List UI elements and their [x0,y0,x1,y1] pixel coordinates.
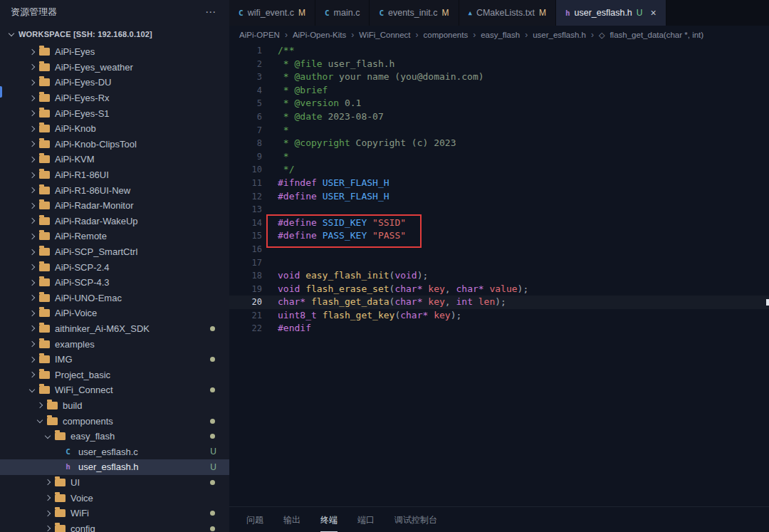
tree-item-label: AiPi-Radar-WakeUp [55,216,138,226]
breadcrumb-item[interactable]: AiPi-OPEN [239,31,280,39]
chevron-down-icon[interactable] [43,432,53,442]
tree-folder-AiPi-Eyes[interactable]: AiPi-Eyes [0,44,229,60]
tab-main.c[interactable]: Cmain.c [315,0,370,26]
panel-tab-终端[interactable]: 终端 [320,508,338,532]
tree-folder-AiPi-SCP-4.3[interactable]: AiPi-SCP-4.3 [0,275,229,291]
tree-folder-AiPi-Voice[interactable]: AiPi-Voice [0,306,229,321]
tree-folder-components[interactable]: components [0,413,229,429]
tree-folder-AiPi-Eyes-Rx[interactable]: AiPi-Eyes-Rx [0,90,229,106]
tree-item-label: WiFi_Connect [55,385,113,395]
chevron-right-icon[interactable] [27,108,37,118]
chevron-right-icon[interactable] [43,493,53,503]
tree-folder-AiPi-Knob[interactable]: AiPi-Knob [0,121,229,137]
tree-folder-WiFi[interactable]: WiFi [0,506,229,521]
chevron-right-icon[interactable] [27,62,37,72]
chevron-right-icon[interactable] [27,323,37,333]
tree-folder-examples[interactable]: examples [0,336,229,352]
more-actions-icon[interactable]: ⋯ [205,6,216,19]
workspace-section-header[interactable]: WORKSPACE [SSH: 192.168.0.102] [0,24,229,44]
tree-folder-AiPi-SCP-2.4[interactable]: AiPi-SCP-2.4 [0,259,229,275]
line-content: void easy_flash_init(void); [262,269,428,283]
chevron-right-icon[interactable] [43,508,53,518]
panel-tab-端口[interactable]: 端口 [357,508,375,532]
chevron-right-icon[interactable] [27,155,37,165]
tree-folder-AiPi-Eyes_weather[interactable]: AiPi-Eyes_weather [0,60,229,75]
git-untracked-badge: U [210,462,216,472]
chevron-right-icon[interactable] [27,93,37,103]
chevron-right-icon[interactable] [27,293,37,303]
chevron-right-icon[interactable] [35,400,45,410]
tree-folder-AiPi-Radar-WakeUp[interactable]: AiPi-Radar-WakeUp [0,214,229,229]
chevron-right-icon[interactable] [27,262,37,272]
tree-folder-AiPi-R1-86UI[interactable]: AiPi-R1-86UI [0,167,229,183]
tab-CMakeLists.txt[interactable]: ▲CMakeLists.txtM [459,0,556,26]
panel-tab-输出[interactable]: 输出 [283,508,300,532]
tree-folder-AiPi-Knob-ClipsTool[interactable]: AiPi-Knob-ClipsTool [0,137,229,152]
chevron-right-icon[interactable] [27,247,37,257]
tree-folder-AiPi-Radar-Monitor[interactable]: AiPi-Radar-Monitor [0,198,229,214]
chevron-right-icon[interactable] [43,523,53,532]
chevron-right-icon[interactable] [27,124,37,134]
cmake-icon: ▲ [469,9,472,16]
chevron-right-icon[interactable] [27,278,37,288]
line-content: #define PASS_KEY "PASS" [262,229,406,243]
tree-folder-build[interactable]: build [0,398,229,414]
tab-user_esflash.h[interactable]: huser_esflash.hU× [556,0,666,26]
folder-icon [39,78,50,86]
chevron-right-icon[interactable] [27,355,37,365]
line-number: 1 [229,44,262,58]
tree-file-user_esflash.c[interactable]: Cuser_esflash.cU [0,444,229,459]
chevron-right-icon[interactable] [27,339,37,349]
tree-folder-Project_basic[interactable]: Project_basic [0,367,229,382]
chevron-right-icon[interactable] [27,308,37,318]
tree-folder-AiPi-Eyes-DU[interactable]: AiPi-Eyes-DU [0,75,229,90]
chevron-right-icon[interactable] [27,370,37,380]
folder-icon [39,340,50,348]
tab-events_init.c[interactable]: Cevents_init.cM [370,0,459,26]
tree-item-label: AiPi-Eyes [55,46,95,57]
tree-folder-AiPi-SCP_SmartCtrl[interactable]: AiPi-SCP_SmartCtrl [0,244,229,260]
panel-tab-调试控制台[interactable]: 调试控制台 [394,508,437,532]
folder-icon [55,494,66,502]
chevron-right-icon[interactable] [27,216,37,226]
breadcrumb-item[interactable]: WiFi_Connect [359,31,410,39]
chevron-right-icon[interactable] [27,78,37,88]
chevron-right-icon[interactable] [27,47,37,57]
tree-folder-aithinker_Ai-M6X_SDK[interactable]: aithinker_Ai-M6X_SDK [0,321,229,337]
tree-folder-AiPi-R1-86UI-New[interactable]: AiPi-R1-86UI-New [0,182,229,198]
code-line: 4 * @brief [229,84,769,98]
breadcrumb-item[interactable]: AiPi-Open-Kits [293,31,346,39]
tree-item-label: AiPi-Knob [55,123,96,134]
breadcrumb-item[interactable]: components [424,31,469,39]
breadcrumb-item[interactable]: easy_flash [481,31,520,39]
overview-cursor-mark [766,299,769,306]
chevron-right-icon[interactable] [27,170,37,180]
tree-folder-AiPi-KVM[interactable]: AiPi-KVM [0,152,229,167]
chevron-down-icon[interactable] [35,416,45,426]
tree-folder-IMG[interactable]: IMG [0,352,229,367]
line-number: 10 [229,163,262,177]
tree-folder-AiPi-Remote[interactable]: AiPi-Remote [0,229,229,244]
tree-folder-WiFi_Connect[interactable]: WiFi_Connect [0,382,229,398]
chevron-right-icon[interactable] [43,477,53,487]
line-content: * [262,124,289,137]
panel-tab-问题[interactable]: 问题 [246,508,263,532]
tree-folder-config[interactable]: config [0,521,229,532]
tree-folder-UI[interactable]: UI [0,475,229,491]
tree-file-user_esflash.h[interactable]: huser_esflash.hU [0,459,229,475]
tree-folder-AiPi-Eyes-S1[interactable]: AiPi-Eyes-S1 [0,105,229,121]
chevron-down-icon[interactable] [27,385,37,395]
chevron-right-icon[interactable] [27,185,37,195]
tree-folder-Voice[interactable]: Voice [0,490,229,506]
breadcrumb-item[interactable]: user_esflash.h [533,31,586,39]
chevron-right-icon[interactable] [27,231,37,241]
chevron-right-icon[interactable] [27,201,37,211]
tree-folder-easy_flash[interactable]: easy_flash [0,429,229,444]
close-icon[interactable]: × [651,7,656,19]
breadcrumb-item[interactable]: flash_get_data(char *, int) [610,31,703,39]
tab-wifi_event.c[interactable]: Cwifi_event.cM [229,0,315,26]
code-editor[interactable]: 1/**2 * @file user_flash.h3 * @author yo… [229,44,769,506]
code-line: 3 * @author your name (you@domain.com) [229,71,769,84]
chevron-right-icon[interactable] [27,139,37,149]
tree-folder-AiPi-UNO-Emac[interactable]: AiPi-UNO-Emac [0,291,229,306]
